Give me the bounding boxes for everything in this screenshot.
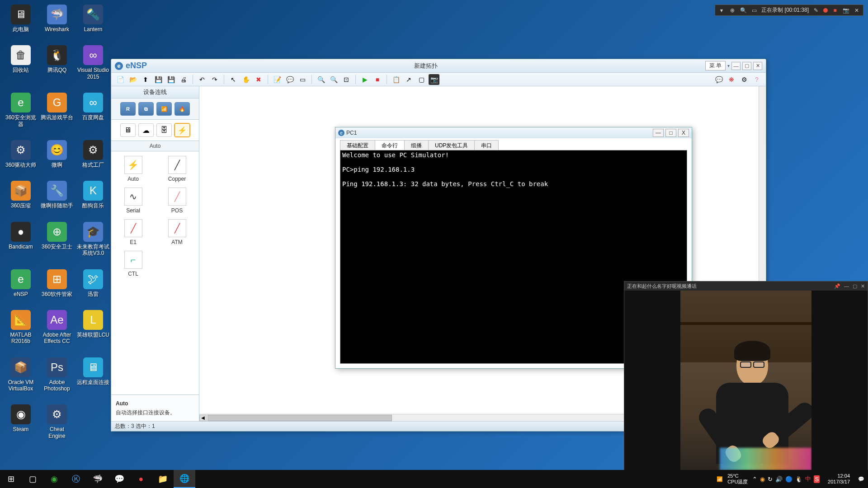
firewall-category[interactable]: 🔥 [175,102,190,116]
wifi-icon[interactable]: 📶 [717,476,723,482]
tray-up-icon[interactable]: ⌃ [752,476,757,483]
desktop-icon-5[interactable]: ∞Visual Studio 2015 [77,45,109,80]
pc1-close-button[interactable]: X [678,129,689,137]
palette-icon[interactable]: ▭ [297,74,308,85]
switch-category[interactable]: ⧉ [138,102,154,116]
desktop-icon-3[interactable]: 🗑回收站 [5,45,37,80]
desktop-icon-19[interactable]: ⊞360软件管家 [41,269,73,297]
camera-icon[interactable]: 📷 [429,74,439,85]
desktop-icon-4[interactable]: 🐧腾讯QQ [41,45,73,80]
desktop-icon-13[interactable]: 🔧微啊排随助手 [41,181,73,209]
taskview-button[interactable]: ▢ [22,470,43,488]
desktop-icon-24[interactable]: 📦Oracle VM VirtualBox [5,357,37,392]
desktop-icon-23[interactable]: L英雄联盟LCU [77,310,109,345]
redo-icon[interactable]: ↷ [209,74,220,85]
desktop-icon-12[interactable]: 📦360压缩 [5,181,37,209]
close-icon[interactable]: ✕ [853,7,860,14]
tray-sync-icon[interactable]: ↻ [768,476,773,483]
task-explorer[interactable]: 📁 [152,470,174,488]
tray-qq-icon[interactable]: 🐧 [795,476,802,483]
chat-icon[interactable]: 💬 [713,74,724,85]
cable-type[interactable]: ⚡ [175,123,190,137]
hand-icon[interactable]: ✋ [241,74,251,85]
desktop-icon-10[interactable]: 😊微啊 [41,140,73,168]
help-icon[interactable]: ? [751,74,762,85]
camera-icon[interactable]: 📷 [842,7,849,14]
up-icon[interactable]: ⬆ [140,74,151,85]
desktop-icon-7[interactable]: G腾讯游戏平台 [41,93,73,127]
pin-icon[interactable]: 📌 [834,283,840,289]
cable-serial[interactable]: ∿Serial [116,188,151,214]
server-type[interactable]: 🗄 [156,123,172,137]
wlan-category[interactable]: 📶 [156,102,172,116]
pc1-maximize-button[interactable]: □ [665,129,676,137]
save-icon[interactable]: 💾 [153,74,164,85]
rect-icon[interactable]: ▭ [750,7,758,14]
video-maximize-button[interactable]: ▢ [853,283,857,289]
cable-atm[interactable]: ╱ATM [160,219,194,245]
settings-icon[interactable]: ⚙ [739,74,750,85]
cloud-type[interactable]: ☁ [138,123,154,137]
desktop-icon-9[interactable]: ⚙360驱动大师 [5,140,37,168]
scroll-left-icon[interactable]: ◀ [199,415,207,421]
pc-type[interactable]: 🖥 [120,123,136,137]
task-360browser[interactable]: ◉ [43,470,65,488]
window-icon[interactable]: ▢ [416,74,427,85]
task-bandicam[interactable]: ● [130,470,152,488]
desktop-icon-2[interactable]: 🔦Lantern [77,5,109,33]
tray-volume-icon[interactable]: 🔊 [775,476,783,483]
desktop-icon-20[interactable]: 🕊迅雷 [77,269,109,297]
ensp-menu-button[interactable]: 菜 单 [705,61,726,70]
maximize-button[interactable]: ▢ [742,62,751,70]
task-ensp[interactable]: 🌐 [174,470,195,488]
router-category[interactable]: R [120,102,136,116]
task-chat[interactable]: 💬 [108,470,130,488]
stop-icon[interactable]: ■ [372,74,383,85]
clock[interactable]: 12:04 2017/3/17 [824,473,854,485]
desktop-icon-11[interactable]: ⚙格式工厂 [77,140,109,168]
dropdown-icon[interactable]: ▾ [718,7,725,14]
pc1-tab-1[interactable]: 命令行 [375,140,405,150]
print-icon[interactable]: 🖨 [178,74,189,85]
tray-sogou-icon[interactable]: S [814,475,820,483]
search-icon[interactable]: 🔍 [740,7,747,14]
desktop-icon-14[interactable]: K酷狗音乐 [77,181,109,209]
desktop-icon-15[interactable]: ●Bandicam [5,222,37,257]
desktop-icon-16[interactable]: ⊕360安全卫士 [41,222,73,257]
target-icon[interactable]: ⊕ [729,7,736,14]
pc1-tab-2[interactable]: 组播 [404,140,429,150]
desktop-icon-26[interactable]: 🖥远程桌面连接 [77,357,109,392]
desktop-icon-1[interactable]: 🦈Wireshark [41,5,73,33]
pc1-tab-0[interactable]: 基础配置 [340,140,375,150]
desktop-icon-22[interactable]: AeAdobe After Effects CC [41,310,73,345]
tray-app1-icon[interactable]: 🔵 [785,476,793,483]
start-button[interactable]: ⊞ [0,470,22,488]
close-button[interactable]: ✕ [753,62,762,70]
desktop-icon-6[interactable]: e360安全浏览器 [5,93,37,127]
undo-icon[interactable]: ↶ [197,74,208,85]
pc1-minimize-button[interactable]: — [653,129,664,137]
desktop-icon-18[interactable]: eeNSP [5,269,37,297]
start-icon[interactable]: ▶ [359,74,370,85]
huawei-icon[interactable]: ❋ [726,74,737,85]
saveall-icon[interactable]: 💾 [165,74,176,85]
export-icon[interactable]: ↗ [403,74,414,85]
minimize-button[interactable]: — [731,62,741,70]
desktop-icon-25[interactable]: PsAdobe Photoshop [41,357,73,392]
desktop-icon-27[interactable]: ◉Steam [5,404,37,439]
pencil-icon[interactable]: ✎ [812,7,820,14]
notifications-icon[interactable]: 💬 [858,476,864,482]
desktop-icon-17[interactable]: 🎓未来教育考试系统V3.0 [77,222,109,257]
tray-360-icon[interactable]: ◉ [760,476,765,483]
cable-ctl[interactable]: ⌐CTL [116,251,151,277]
task-kugou[interactable]: Ⓚ [65,470,87,488]
video-close-button[interactable]: ✕ [861,283,865,289]
task-wireshark[interactable]: 🦈 [87,470,108,488]
desktop-icon-0[interactable]: 🖥此电脑 [5,5,37,33]
pointer-icon[interactable]: ↖ [228,74,239,85]
desktop-icon-21[interactable]: 📐MATLAB R2016b [5,310,37,345]
video-minimize-button[interactable]: — [844,283,849,289]
pc1-tab-3[interactable]: UDP发包工具 [428,140,475,150]
stop-icon[interactable]: ■ [831,7,839,14]
scroll-thumb[interactable] [208,415,392,421]
